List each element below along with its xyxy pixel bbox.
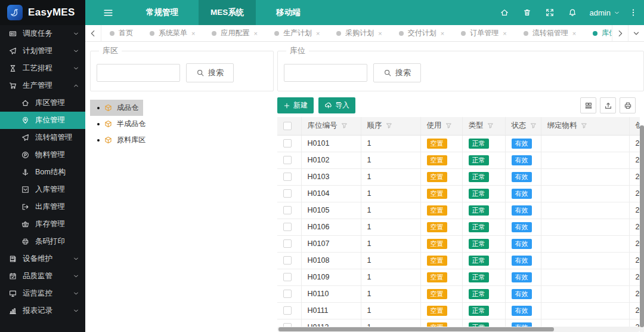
area-search-group: 库区 搜索 xyxy=(90,45,274,91)
select-all-checkbox[interactable] xyxy=(283,122,292,130)
import-button[interactable]: 导入 xyxy=(318,97,355,113)
tab-系统菜单[interactable]: 系统菜单× xyxy=(141,25,203,41)
more-options-icon[interactable] xyxy=(626,0,640,25)
topnav-item-mobile[interactable]: 移动端 xyxy=(264,0,312,25)
sidebar-item-bom-structure[interactable]: Bom结构 xyxy=(0,164,85,181)
sidebar-item-equipment-maintenance[interactable]: 设备维护 xyxy=(0,250,85,268)
row-checkbox[interactable] xyxy=(283,273,292,281)
area-search-input[interactable] xyxy=(97,64,180,82)
sidebar-item-inventory-management[interactable]: 库存管理 xyxy=(0,216,85,233)
columns-filter-icon[interactable] xyxy=(580,97,596,113)
horizontal-scrollbar[interactable] xyxy=(277,327,640,332)
row-checkbox[interactable] xyxy=(283,290,292,298)
table-row[interactable]: H01061空置正常有效20 xyxy=(277,219,640,235)
table-row[interactable]: H01031空置正常有效20 xyxy=(277,168,640,185)
row-checkbox[interactable] xyxy=(283,139,292,147)
row-checkbox[interactable] xyxy=(283,306,292,315)
vertical-scrollbar[interactable] xyxy=(640,125,644,332)
tab-close-icon[interactable]: × xyxy=(572,30,576,37)
table-row[interactable]: H01071空置正常有效20 xyxy=(277,235,640,252)
tab-交付计划[interactable]: 交付计划× xyxy=(391,25,453,41)
tab-close-icon[interactable]: × xyxy=(316,30,320,37)
tab-close-icon[interactable]: × xyxy=(378,30,382,37)
sidebar-item-process-scheduling[interactable]: 工艺排程 xyxy=(0,60,85,77)
table-row[interactable]: H01011空置正常有效20 xyxy=(277,135,640,152)
filter-funnel-icon[interactable] xyxy=(487,122,494,129)
tab-订单管理[interactable]: 订单管理× xyxy=(453,25,515,41)
tab-流转箱管理[interactable]: 流转箱管理× xyxy=(515,25,584,41)
print-icon[interactable] xyxy=(620,97,636,113)
table-row[interactable]: H01091空置正常有效20 xyxy=(277,269,640,285)
sidebar-item-material-management[interactable]: 物料管理 xyxy=(0,146,85,164)
row-checkbox[interactable] xyxy=(283,173,292,181)
filter-funnel-icon[interactable] xyxy=(445,122,452,129)
tabs-scroll-right-icon[interactable] xyxy=(612,25,628,41)
use-badge: 空置 xyxy=(427,256,447,266)
type-badge-cell: 正常 xyxy=(462,252,505,269)
device-icon xyxy=(9,255,17,263)
tab-库位管理[interactable]: 库位管理× xyxy=(584,25,612,41)
sidebar-item-warehouse-location-management[interactable]: 库位管理 xyxy=(0,112,85,129)
topnav-item-general-management[interactable]: 常规管理 xyxy=(134,0,190,25)
row-checkbox[interactable] xyxy=(283,223,292,231)
tab-采购计划[interactable]: 采购计划× xyxy=(328,25,390,41)
row-checkbox[interactable] xyxy=(283,189,292,198)
user-menu[interactable]: admin xyxy=(584,8,626,17)
home-icon[interactable] xyxy=(493,0,516,25)
table-row[interactable]: H01021空置正常有效20 xyxy=(277,152,640,168)
tab-首页[interactable]: 首页 xyxy=(101,25,141,41)
tab-应用配置[interactable]: 应用配置× xyxy=(203,25,265,41)
table-row[interactable]: H01111空置正常有效20 xyxy=(277,302,640,319)
table-row[interactable]: H01101空置正常有效20 xyxy=(277,285,640,302)
tab-生产计划[interactable]: 生产计划× xyxy=(266,25,328,41)
sidebar-item-outbound-management[interactable]: 出库管理 xyxy=(0,198,85,216)
sidebar-item-transfer-box-management[interactable]: 流转箱管理 xyxy=(0,129,85,146)
table-row[interactable]: H01051空置正常有效20 xyxy=(277,202,640,219)
row-checkbox[interactable] xyxy=(283,156,292,164)
table-row[interactable]: H01041空置正常有效20 xyxy=(277,185,640,202)
sidebar-item-operation-monitoring[interactable]: 运营监控 xyxy=(0,285,85,302)
tab-dot-icon xyxy=(399,31,404,36)
tabs-scroll-left-icon[interactable] xyxy=(85,25,101,41)
sidebar-item-label: 库区管理 xyxy=(35,98,65,108)
location-order: 1 xyxy=(361,319,420,327)
filter-funnel-icon[interactable] xyxy=(341,122,348,129)
location-search-button[interactable]: 搜索 xyxy=(373,63,421,82)
sidebar-item-inbound-management[interactable]: 入库管理 xyxy=(0,181,85,198)
topnav-item-mes-system[interactable]: MES系统 xyxy=(199,0,256,25)
export-icon[interactable] xyxy=(600,97,616,113)
area-search-button[interactable]: 搜索 xyxy=(186,63,234,82)
filter-funnel-icon[interactable] xyxy=(386,122,392,129)
tree-item-成品仓[interactable]: 成品仓 xyxy=(90,100,143,116)
sidebar-item-barcode-print[interactable]: 条码打印 xyxy=(0,233,85,250)
tab-close-icon[interactable]: × xyxy=(503,30,506,37)
table-viewport[interactable]: 库位编号顺序使用类型状态绑定物料创 H01011空置正常有效20H01021空置… xyxy=(277,117,640,327)
row-checkbox[interactable] xyxy=(283,256,292,265)
collapse-menu-icon[interactable] xyxy=(90,0,126,25)
sidebar-item-dispatch-tasks[interactable]: 调度任务 xyxy=(0,25,85,42)
notifications-bell-icon[interactable] xyxy=(561,0,584,25)
row-checkbox[interactable] xyxy=(283,239,292,248)
sidebar-item-plan-management[interactable]: 计划管理 xyxy=(0,42,85,60)
tree-item-原料库区[interactable]: 原料库区 xyxy=(90,132,150,148)
clear-cache-icon[interactable] xyxy=(516,0,538,25)
filter-funnel-icon[interactable] xyxy=(581,122,587,129)
filter-funnel-icon[interactable] xyxy=(530,122,537,129)
sidebar-item-warehouse-area-management[interactable]: 库区管理 xyxy=(0,94,85,112)
sidebar-item-production-management[interactable]: 生产管理 xyxy=(0,77,85,94)
horizontal-scrollbar-thumb[interactable] xyxy=(278,327,554,331)
tab-close-icon[interactable]: × xyxy=(441,30,444,37)
sidebar-item-report-records[interactable]: 报表记录 xyxy=(0,302,85,319)
table-row[interactable]: H01121空置正常有效20 xyxy=(277,319,640,327)
new-button[interactable]: 新建 xyxy=(277,97,314,113)
tab-close-icon[interactable]: × xyxy=(191,30,195,37)
sidebar-item-quality-supervision[interactable]: 品质监管 xyxy=(0,268,85,285)
tabs-menu-icon[interactable] xyxy=(628,25,644,41)
tree-item-半成品仓[interactable]: 半成品仓 xyxy=(90,116,150,132)
fullscreen-icon[interactable] xyxy=(538,0,561,25)
location-search-input[interactable] xyxy=(284,64,367,82)
tab-close-icon[interactable]: × xyxy=(253,30,257,37)
row-checkbox[interactable] xyxy=(283,206,292,214)
table-row[interactable]: H01081空置正常有效20 xyxy=(277,252,640,269)
vertical-scrollbar-thumb[interactable] xyxy=(640,125,644,327)
